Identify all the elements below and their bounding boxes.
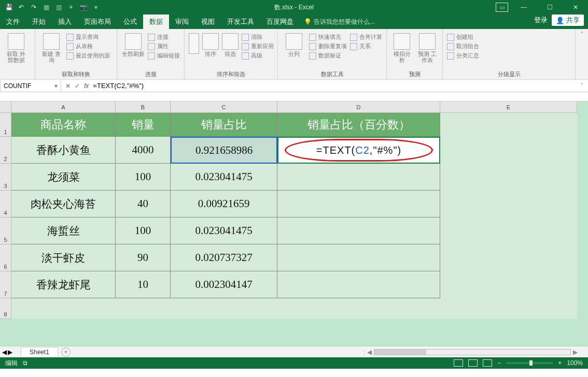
remove-duplicates-button[interactable]: 删除重复项 xyxy=(309,42,347,50)
tab-view[interactable]: 视图 xyxy=(195,15,221,29)
connections-button[interactable]: 连接 xyxy=(148,33,180,41)
tab-formulas[interactable]: 公式 xyxy=(117,15,143,29)
new-sheet-button[interactable]: + xyxy=(61,347,71,357)
worksheet[interactable]: 1 2 3 4 5 6 7 8 A B C D E 商品名称 销量 销量占比 销… xyxy=(0,102,588,346)
expand-formula-bar-icon[interactable]: ˅ xyxy=(576,80,588,92)
col-header-a[interactable]: A xyxy=(11,102,116,113)
row-header-7[interactable]: 7 xyxy=(0,271,11,298)
properties-button[interactable]: 属性 xyxy=(148,42,180,50)
reapply-button[interactable]: 重新应用 xyxy=(242,42,274,50)
tab-developer[interactable]: 开发工具 xyxy=(221,15,260,29)
cell-d3[interactable] xyxy=(277,164,440,191)
row-header-2[interactable]: 2 xyxy=(0,137,11,164)
cell-c3[interactable]: 0.023041475 xyxy=(171,164,277,191)
qat-customize-icon[interactable]: ▾ xyxy=(91,3,101,12)
cell-d1[interactable]: 销量占比（百分数） xyxy=(277,113,440,137)
col-header-d[interactable]: D xyxy=(277,102,440,113)
cell-e3[interactable] xyxy=(440,164,577,191)
tell-me[interactable]: 💡 告诉我您想要做什么... xyxy=(304,15,375,29)
cell-b4[interactable]: 40 xyxy=(116,191,171,218)
cell-a4[interactable]: 肉松夹心海苔 xyxy=(11,191,116,218)
redo-icon[interactable]: ↷ xyxy=(29,3,38,12)
cell-d8[interactable] xyxy=(277,298,440,319)
cell-b6[interactable]: 90 xyxy=(116,244,171,271)
row-header-3[interactable]: 3 xyxy=(0,164,11,191)
qat-item-4[interactable]: ▦ xyxy=(41,3,51,12)
cell-a6[interactable]: 淡干虾皮 xyxy=(11,244,116,271)
row-header-6[interactable]: 6 xyxy=(0,244,11,271)
maximize-icon[interactable]: ☐ xyxy=(539,1,560,13)
cell-c8[interactable] xyxy=(171,298,277,319)
share-button[interactable]: 👤共享 xyxy=(552,15,584,26)
cell-c7[interactable]: 0.002304147 xyxy=(171,271,277,298)
recent-sources-button[interactable]: 最近使用的源 xyxy=(66,52,110,60)
cell-e1[interactable] xyxy=(440,113,577,137)
advanced-button[interactable]: 高级 xyxy=(242,52,274,60)
cell-b7[interactable]: 10 xyxy=(116,271,171,298)
cell-b1[interactable]: 销量 xyxy=(116,113,171,137)
cell-d7[interactable] xyxy=(277,271,440,298)
cell-d5[interactable] xyxy=(277,218,440,244)
tab-baidu[interactable]: 百度网盘 xyxy=(260,15,300,29)
sheet-tab-1[interactable]: Sheet1 xyxy=(21,347,58,357)
refresh-all-button[interactable]: 全部刷新 xyxy=(121,31,145,69)
page-break-view-icon[interactable] xyxy=(483,359,492,367)
row-header-4[interactable]: 4 xyxy=(0,191,11,218)
col-header-b[interactable]: B xyxy=(116,102,171,113)
row-header-5[interactable]: 5 xyxy=(0,218,11,244)
qat-item-5[interactable]: ▥ xyxy=(54,3,63,12)
col-header-c[interactable]: C xyxy=(171,102,277,113)
cell-e4[interactable] xyxy=(440,191,577,218)
sort-az-button[interactable] xyxy=(189,31,199,69)
tab-review[interactable]: 审阅 xyxy=(169,15,195,29)
horizontal-scrollbar[interactable]: :◀▶ xyxy=(363,349,578,356)
col-header-e[interactable]: E xyxy=(440,102,577,113)
zoom-level[interactable]: 100% xyxy=(567,359,583,367)
enter-formula-icon[interactable]: ✓ xyxy=(75,82,80,90)
collapse-ribbon-icon[interactable]: ˄ xyxy=(576,29,588,79)
cell-b3[interactable]: 100 xyxy=(116,164,171,191)
text-to-columns-button[interactable]: 分列 xyxy=(282,31,306,69)
cell-b8[interactable] xyxy=(116,298,171,319)
cell-e2[interactable] xyxy=(440,137,577,164)
row-header-8[interactable]: 8 xyxy=(0,298,11,319)
name-box-input[interactable] xyxy=(4,82,45,90)
cell-a1[interactable]: 商品名称 xyxy=(11,113,116,137)
data-validation-button[interactable]: 数据验证 xyxy=(309,52,347,60)
cell-e6[interactable] xyxy=(440,244,577,271)
undo-icon[interactable]: ↶ xyxy=(17,3,26,12)
filter-button[interactable]: 筛选 xyxy=(222,31,239,69)
row-header-1[interactable]: 1 xyxy=(0,113,11,137)
zoom-out-icon[interactable]: − xyxy=(497,359,501,367)
cell-c1[interactable]: 销量占比 xyxy=(171,113,277,137)
consolidate-button[interactable]: 合并计算 xyxy=(350,33,382,41)
new-query-button[interactable]: 新建 查询 xyxy=(39,31,63,69)
show-queries-button[interactable]: 显示查询 xyxy=(66,33,110,41)
cell-c2[interactable]: 0.921658986 xyxy=(171,137,277,164)
from-table-button[interactable]: 从表格 xyxy=(66,42,110,50)
get-external-data-button[interactable]: 获取 外部数据 xyxy=(4,31,28,77)
cell-a7[interactable]: 香辣龙虾尾 xyxy=(11,271,116,298)
cell-a5[interactable]: 海蜇丝 xyxy=(11,218,116,244)
clear-button[interactable]: 清除 xyxy=(242,33,274,41)
fx-icon[interactable]: fx xyxy=(84,82,89,90)
cell-a3[interactable]: 龙须菜 xyxy=(11,164,116,191)
login-button[interactable]: 登录 xyxy=(534,16,548,25)
cell-b5[interactable]: 100 xyxy=(116,218,171,244)
tab-data[interactable]: 数据 xyxy=(143,15,169,29)
cell-e8[interactable] xyxy=(440,298,577,319)
cell-d6[interactable] xyxy=(277,244,440,271)
cell-a2[interactable]: 香酥小黄鱼 xyxy=(11,137,116,164)
name-box-dropdown-icon[interactable]: ▾ xyxy=(54,82,58,90)
tab-home[interactable]: 开始 xyxy=(26,15,52,29)
formula-input[interactable] xyxy=(93,82,576,90)
save-icon[interactable]: 💾 xyxy=(4,3,13,12)
edit-links-button[interactable]: 编辑链接 xyxy=(148,52,180,60)
cancel-formula-icon[interactable]: ✕ xyxy=(65,82,71,90)
forecast-sheet-button[interactable]: 预测 工作表 xyxy=(416,31,439,69)
normal-view-icon[interactable] xyxy=(454,359,463,367)
close-icon[interactable]: ✕ xyxy=(565,1,586,13)
minimize-icon[interactable]: — xyxy=(513,1,534,13)
page-layout-view-icon[interactable] xyxy=(468,359,478,367)
cell-c6[interactable]: 0.020737327 xyxy=(171,244,277,271)
